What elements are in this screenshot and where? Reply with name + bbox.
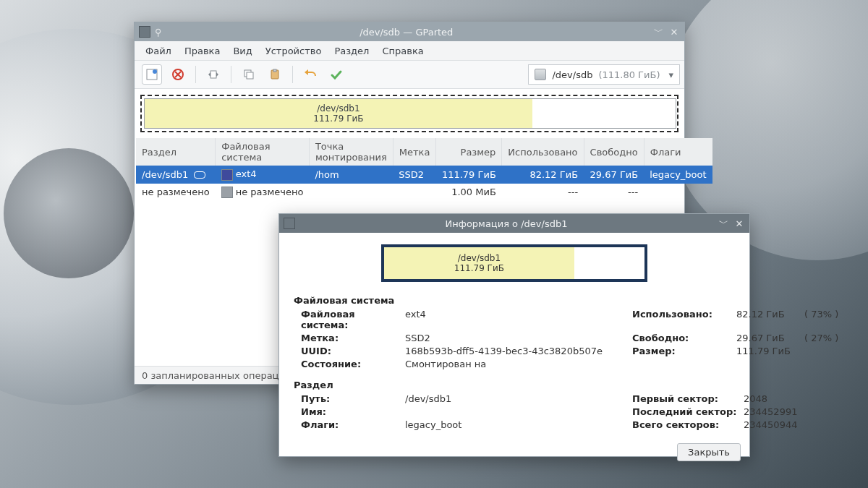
usage-key: Размер: bbox=[625, 346, 733, 356]
part-key: Флаги: bbox=[294, 419, 402, 430]
chevron-down-icon: ▾ bbox=[668, 69, 673, 80]
dialog-disk-map: /dev/sdb1 111.79 ГиБ bbox=[381, 244, 647, 282]
fs-section-header: Файловая система bbox=[294, 295, 735, 306]
minimize-button[interactable]: ﹀ bbox=[718, 218, 729, 229]
menu-file[interactable]: Файл bbox=[139, 43, 178, 59]
dialog-map-used: /dev/sdb1 111.79 ГиБ bbox=[384, 247, 574, 279]
separator bbox=[195, 66, 196, 83]
part-key: Путь: bbox=[294, 393, 402, 404]
cell-mount bbox=[309, 184, 393, 202]
cell-flags bbox=[644, 184, 712, 202]
pin-icon[interactable]: ⚲ bbox=[155, 27, 162, 38]
device-selector[interactable]: /dev/sdb (111.80 ГиБ) ▾ bbox=[528, 64, 680, 85]
close-dialog-button[interactable]: Закрыть bbox=[677, 443, 741, 461]
usage-value: 82.12 ГиБ bbox=[736, 309, 801, 330]
partition-info-dialog: Информация о /dev/sdb1 ﹀ ✕ /dev/sdb1 111… bbox=[278, 213, 750, 457]
fs-key: UUID: bbox=[294, 346, 402, 356]
disk-map-free bbox=[532, 99, 676, 128]
dialog-titlebar[interactable]: Информация о /dev/sdb1 ﹀ ✕ bbox=[279, 214, 749, 233]
apply-button[interactable] bbox=[326, 64, 346, 85]
sector-key: Первый сектор: bbox=[625, 393, 741, 404]
disk-icon bbox=[535, 69, 546, 80]
resize-move-button[interactable] bbox=[203, 64, 224, 85]
sector-key: Всего секторов: bbox=[625, 419, 741, 430]
cell-fs: не размечено bbox=[216, 184, 310, 202]
menu-partition[interactable]: Раздел bbox=[328, 43, 375, 59]
disk-map[interactable]: /dev/sdb1 111.79 ГиБ bbox=[140, 95, 678, 132]
fs-value: ext4 bbox=[405, 309, 622, 330]
separator bbox=[231, 66, 231, 83]
col-flags[interactable]: Флаги bbox=[644, 138, 712, 166]
key-icon bbox=[194, 171, 205, 179]
new-partition-button[interactable] bbox=[142, 64, 162, 85]
table-row[interactable]: /dev/sdb1ext4/homSSD2111.79 ГиБ82.12 ГиБ… bbox=[136, 166, 712, 184]
background-art bbox=[4, 148, 134, 278]
part-grid: Путь:/dev/sdb1Первый сектор:2048Имя:Посл… bbox=[294, 393, 735, 430]
menubar: Файл Правка Вид Устройство Раздел Справк… bbox=[135, 41, 684, 61]
table-header-row: Раздел Файловая система Точка монтирован… bbox=[136, 138, 712, 166]
fs-key: Метка: bbox=[294, 333, 402, 343]
menu-device[interactable]: Устройство bbox=[259, 43, 328, 59]
app-icon bbox=[139, 26, 150, 38]
cell-size: 111.79 ГиБ bbox=[436, 166, 502, 184]
part-key: Имя: bbox=[294, 406, 402, 417]
dialog-button-row: Закрыть bbox=[279, 437, 749, 470]
app-icon bbox=[284, 218, 295, 229]
partition-table: Раздел Файловая система Точка монтирован… bbox=[136, 138, 712, 201]
cell-mount: /hom bbox=[309, 166, 393, 184]
usage-key bbox=[625, 359, 733, 369]
svg-rect-7 bbox=[247, 72, 253, 79]
sector-value: 234452991 bbox=[744, 406, 816, 417]
dialog-body: /dev/sdb1 111.79 ГиБ Файловая система Фа… bbox=[279, 233, 749, 437]
fs-value: SSD2 bbox=[405, 333, 622, 343]
svg-rect-5 bbox=[210, 71, 216, 78]
copy-button[interactable] bbox=[239, 64, 259, 85]
col-label[interactable]: Метка bbox=[393, 138, 436, 166]
sector-key: Последний сектор: bbox=[625, 406, 741, 417]
cell-used: 82.12 ГиБ bbox=[502, 166, 584, 184]
close-button[interactable]: ✕ bbox=[733, 218, 745, 229]
device-name: /dev/sdb bbox=[552, 69, 592, 80]
delete-partition-button[interactable] bbox=[168, 64, 188, 85]
minimize-button[interactable]: ﹀ bbox=[652, 26, 664, 38]
usage-pct bbox=[804, 359, 841, 369]
dialog-title: Информация о /dev/sdb1 bbox=[299, 218, 713, 229]
cell-size: 1.00 МиБ bbox=[436, 184, 502, 202]
toolbar: /dev/sdb (111.80 ГиБ) ▾ bbox=[135, 61, 684, 89]
usage-value bbox=[736, 359, 801, 369]
col-fs[interactable]: Файловая система bbox=[216, 138, 310, 166]
fs-swatch bbox=[221, 187, 233, 198]
col-used[interactable]: Использовано bbox=[502, 138, 584, 166]
close-button[interactable]: ✕ bbox=[668, 26, 680, 38]
col-free[interactable]: Свободно bbox=[584, 138, 644, 166]
col-partition[interactable]: Раздел bbox=[136, 138, 216, 166]
usage-value: 29.67 ГиБ bbox=[736, 333, 801, 343]
titlebar[interactable]: ⚲ /dev/sdb — GParted ﹀ ✕ bbox=[135, 22, 684, 41]
menu-edit[interactable]: Правка bbox=[178, 43, 226, 59]
col-mount[interactable]: Точка монтирования bbox=[309, 138, 393, 166]
part-value: /dev/sdb1 bbox=[405, 393, 622, 404]
disk-map-size: 111.79 ГиБ bbox=[313, 114, 363, 124]
part-section-header: Раздел bbox=[294, 380, 735, 390]
cell-label: SSD2 bbox=[393, 166, 436, 184]
undo-button[interactable] bbox=[300, 64, 320, 85]
menu-help[interactable]: Справка bbox=[375, 43, 430, 59]
menu-view[interactable]: Вид bbox=[226, 43, 258, 59]
dialog-map-label: /dev/sdb1 bbox=[458, 253, 501, 263]
sector-value: 2048 bbox=[744, 393, 816, 404]
svg-point-1 bbox=[153, 69, 157, 74]
part-value bbox=[405, 406, 622, 417]
col-size[interactable]: Размер bbox=[436, 138, 502, 166]
cell-partition: /dev/sdb1 bbox=[136, 166, 216, 184]
separator bbox=[292, 66, 293, 83]
usage-pct: ( 27% ) bbox=[804, 333, 841, 343]
window-title: /dev/sdb — GParted bbox=[165, 27, 648, 38]
table-row[interactable]: не размеченоне размечено1.00 МиБ------ bbox=[136, 184, 712, 202]
usage-key: Использовано: bbox=[625, 309, 733, 330]
usage-value: 111.79 ГиБ bbox=[736, 346, 801, 356]
cell-label bbox=[393, 184, 436, 202]
usage-key: Свободно: bbox=[625, 333, 733, 343]
usage-pct: ( 73% ) bbox=[804, 309, 841, 330]
paste-button[interactable] bbox=[265, 64, 285, 85]
cell-fs: ext4 bbox=[216, 166, 310, 184]
